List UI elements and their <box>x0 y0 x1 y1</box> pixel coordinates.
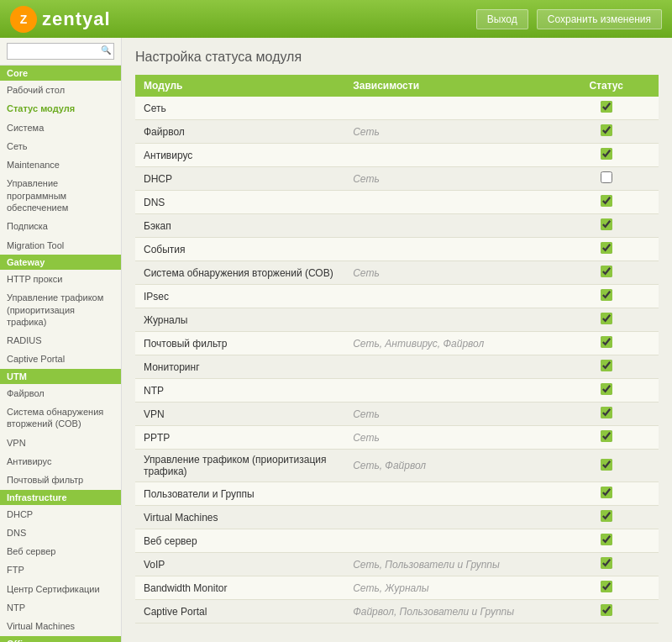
cell-module: Captive Portal <box>135 600 344 624</box>
sidebar-item-network[interactable]: Сеть <box>0 137 121 155</box>
logout-button[interactable]: Выход <box>476 9 528 29</box>
cell-deps: Сеть <box>344 426 554 450</box>
sidebar-item-dns[interactable]: DNS <box>0 524 121 542</box>
sidebar-item-dhcp[interactable]: DHCP <box>0 505 121 524</box>
sidebar-item-radius[interactable]: RADIUS <box>0 331 121 350</box>
status-checkbox[interactable] <box>601 124 612 136</box>
sidebar-item-http-proxy[interactable]: HTTP прокси <box>0 270 121 288</box>
cell-deps <box>344 144 554 167</box>
status-checkbox[interactable] <box>601 383 612 395</box>
sidebar-item-antivirus[interactable]: Антивирус <box>0 452 121 471</box>
status-checkbox[interactable] <box>601 360 612 371</box>
status-checkbox[interactable] <box>601 289 612 301</box>
sidebar-item-traffic-mgmt[interactable]: Управление трафиком (приоритизация трафи… <box>0 288 121 331</box>
status-checkbox[interactable] <box>601 101 612 113</box>
cell-status <box>554 482 659 506</box>
status-checkbox[interactable] <box>601 171 612 183</box>
cell-deps <box>344 379 554 403</box>
sidebar-item-system[interactable]: Система <box>0 118 121 137</box>
status-checkbox[interactable] <box>601 557 612 569</box>
sidebar-item-ca[interactable]: Центр Сертификации <box>0 580 121 598</box>
sidebar-item-ids[interactable]: Система обнаружения вторжений (СОВ) <box>0 403 121 434</box>
status-checkbox[interactable] <box>601 242 612 254</box>
table-row: Мониторинг <box>135 355 659 379</box>
cell-module: Мониторинг <box>135 355 344 379</box>
cell-module: NTP <box>135 379 344 403</box>
save-button[interactable]: Сохранить изменения <box>537 9 662 29</box>
table-row: Virtual Machines <box>135 506 659 529</box>
cell-status <box>554 167 659 191</box>
cell-deps: Сеть <box>344 167 554 191</box>
status-checkbox[interactable] <box>601 534 612 545</box>
cell-deps <box>344 355 554 379</box>
sidebar-item-vm[interactable]: Virtual Machines <box>0 617 121 635</box>
table-row: IPsec <box>135 285 659 308</box>
cell-deps <box>344 308 554 332</box>
cell-module: Бэкап <box>135 214 344 238</box>
sidebar-item-subscription[interactable]: Подписка <box>0 217 121 235</box>
table-row: VoIPСеть, Пользователи и Группы <box>135 553 659 576</box>
status-checkbox[interactable] <box>601 195 612 207</box>
cell-module: VoIP <box>135 553 344 576</box>
table-row: Пользователи и Группы <box>135 482 659 506</box>
sidebar-item-ntp[interactable]: NTP <box>0 598 121 617</box>
cell-status <box>554 355 659 379</box>
cell-module: Сеть <box>135 97 344 120</box>
table-row: Bandwidth MonitorСеть, Журналы <box>135 576 659 600</box>
status-checkbox[interactable] <box>601 407 612 418</box>
status-checkbox[interactable] <box>601 148 612 160</box>
status-checkbox[interactable] <box>601 459 612 471</box>
table-row: Система обнаружения вторжений (СОВ)Сеть <box>135 261 659 285</box>
sidebar: CoreРабочий столСтатус модуляСистемаСеть… <box>0 38 122 642</box>
sidebar-item-web-server[interactable]: Веб сервер <box>0 542 121 560</box>
cell-status <box>554 238 659 261</box>
sidebar-item-maintenance[interactable]: Maintenance <box>0 155 121 174</box>
status-checkbox[interactable] <box>601 266 612 277</box>
cell-deps: Сеть, Файрвол <box>344 450 554 482</box>
header-actions: Выход Сохранить изменения <box>476 9 662 29</box>
sidebar-item-desktop[interactable]: Рабочий стол <box>0 81 121 99</box>
table-row: NTP <box>135 379 659 403</box>
status-checkbox[interactable] <box>601 218 612 230</box>
cell-status <box>554 308 659 332</box>
sidebar-item-firewall[interactable]: Файрвол <box>0 384 121 403</box>
cell-module: Антивирус <box>135 144 344 167</box>
cell-module: Virtual Machines <box>135 506 344 529</box>
cell-status <box>554 600 659 624</box>
search-input[interactable] <box>7 43 114 60</box>
cell-module: IPsec <box>135 285 344 308</box>
sidebar-item-mail-filter[interactable]: Почтовый фильтр <box>0 471 121 489</box>
sidebar-item-module-status[interactable]: Статус модуля <box>0 99 121 118</box>
col-header-deps: Зависимости <box>344 75 554 97</box>
table-row: Антивирус <box>135 144 659 167</box>
cell-status <box>554 191 659 214</box>
cell-deps <box>344 214 554 238</box>
status-checkbox[interactable] <box>601 581 612 592</box>
sidebar-item-vpn[interactable]: VPN <box>0 434 121 452</box>
cell-status <box>554 450 659 482</box>
cell-deps: Сеть, Антивирус, Файрвол <box>344 332 554 355</box>
cell-module: События <box>135 238 344 261</box>
status-checkbox[interactable] <box>601 430 612 442</box>
sidebar-item-captive-portal[interactable]: Captive Portal <box>0 350 121 368</box>
status-checkbox[interactable] <box>601 510 612 522</box>
cell-status <box>554 332 659 355</box>
cell-deps: Сеть, Пользователи и Группы <box>344 553 554 576</box>
cell-deps: Сеть, Журналы <box>344 576 554 600</box>
page-title: Настройка статуса модуля <box>135 50 659 65</box>
sidebar-item-ftp[interactable]: FTP <box>0 560 121 579</box>
table-row: ФайрволСеть <box>135 120 659 144</box>
cell-module: Журналы <box>135 308 344 332</box>
status-checkbox[interactable] <box>601 336 612 348</box>
layout: CoreРабочий столСтатус модуляСистемаСеть… <box>0 38 672 642</box>
cell-deps: Сеть <box>344 403 554 426</box>
table-row: Управление трафиком (приоритизация трафи… <box>135 450 659 482</box>
cell-module: Bandwidth Monitor <box>135 576 344 600</box>
status-checkbox[interactable] <box>601 487 612 498</box>
table-row: Сеть <box>135 97 659 120</box>
cell-deps <box>344 482 554 506</box>
status-checkbox[interactable] <box>601 604 612 616</box>
status-checkbox[interactable] <box>601 313 612 324</box>
sidebar-item-migration[interactable]: Migration Tool <box>0 236 121 255</box>
sidebar-item-software[interactable]: Управление программным обеспечением <box>0 174 121 217</box>
